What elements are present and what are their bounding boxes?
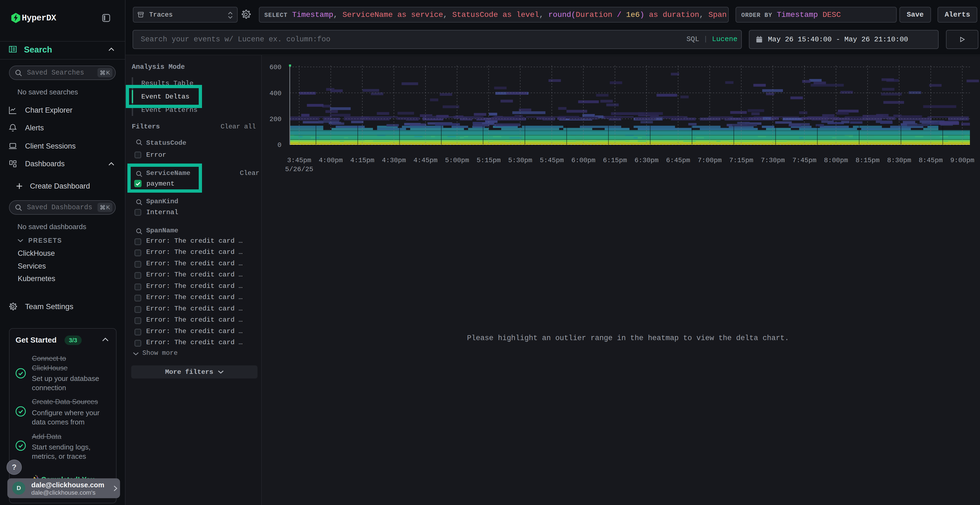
svg-text:200: 200 — [269, 116, 282, 123]
svg-text:4:00pm: 4:00pm — [319, 157, 343, 164]
svg-text:400: 400 — [269, 90, 282, 97]
svg-text:7:15pm: 7:15pm — [729, 157, 754, 164]
svg-text:6:00pm: 6:00pm — [571, 157, 596, 164]
svg-text:7:45pm: 7:45pm — [792, 157, 817, 164]
svg-text:6:30pm: 6:30pm — [635, 157, 659, 164]
svg-text:6:45pm: 6:45pm — [666, 157, 690, 164]
svg-text:7:30pm: 7:30pm — [761, 157, 785, 164]
svg-text:7:00pm: 7:00pm — [698, 157, 722, 164]
svg-text:0: 0 — [277, 141, 282, 149]
svg-text:5:45pm: 5:45pm — [540, 157, 564, 164]
svg-text:5/26/25: 5/26/25 — [285, 166, 313, 173]
svg-text:4:30pm: 4:30pm — [382, 157, 406, 164]
svg-text:9:00pm: 9:00pm — [950, 157, 975, 164]
svg-text:4:15pm: 4:15pm — [350, 157, 375, 164]
svg-text:8:45pm: 8:45pm — [919, 157, 943, 164]
svg-text:4:45pm: 4:45pm — [414, 157, 438, 164]
svg-text:600: 600 — [269, 64, 282, 71]
svg-text:5:30pm: 5:30pm — [508, 157, 533, 164]
svg-text:8:00pm: 8:00pm — [824, 157, 848, 164]
svg-text:8:30pm: 8:30pm — [887, 157, 912, 164]
svg-text:5:15pm: 5:15pm — [477, 157, 501, 164]
svg-text:5:00pm: 5:00pm — [445, 157, 469, 164]
svg-text:8:15pm: 8:15pm — [856, 157, 880, 164]
svg-text:3:45pm: 3:45pm — [287, 157, 312, 164]
svg-text:6:15pm: 6:15pm — [603, 157, 627, 164]
